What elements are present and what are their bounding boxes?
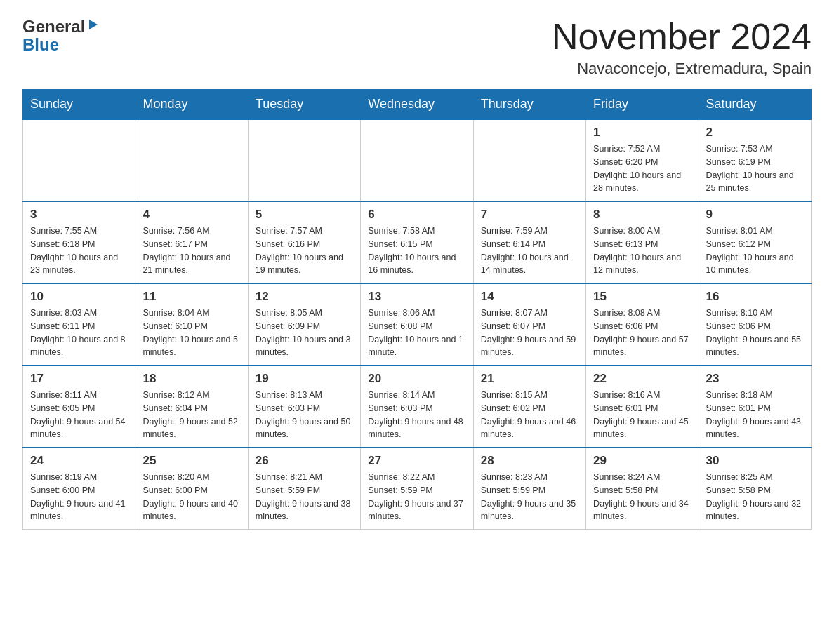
calendar-cell: 16Sunrise: 8:10 AMSunset: 6:06 PMDayligh… <box>699 283 811 365</box>
day-info: Sunrise: 8:03 AMSunset: 6:11 PMDaylight:… <box>30 307 128 359</box>
calendar-cell: 12Sunrise: 8:05 AMSunset: 6:09 PMDayligh… <box>248 283 360 365</box>
weekday-header-thursday: Thursday <box>473 90 585 120</box>
weekday-header-saturday: Saturday <box>699 90 811 120</box>
day-number: 24 <box>30 454 128 468</box>
day-number: 17 <box>30 372 128 386</box>
calendar-cell: 6Sunrise: 7:58 AMSunset: 6:15 PMDaylight… <box>361 201 473 283</box>
day-number: 25 <box>143 454 240 468</box>
day-number: 19 <box>256 372 353 386</box>
day-number: 28 <box>481 454 578 468</box>
day-number: 3 <box>30 208 128 222</box>
day-number: 20 <box>368 372 465 386</box>
week-row-5: 24Sunrise: 8:19 AMSunset: 6:00 PMDayligh… <box>23 448 812 530</box>
calendar-cell: 5Sunrise: 7:57 AMSunset: 6:16 PMDaylight… <box>248 201 360 283</box>
logo-triangle-icon <box>86 18 99 34</box>
calendar-cell: 10Sunrise: 8:03 AMSunset: 6:11 PMDayligh… <box>23 283 135 365</box>
day-number: 4 <box>143 208 240 222</box>
calendar-cell: 4Sunrise: 7:56 AMSunset: 6:17 PMDaylight… <box>135 201 248 283</box>
calendar-cell: 13Sunrise: 8:06 AMSunset: 6:08 PMDayligh… <box>361 283 473 365</box>
day-number: 10 <box>30 290 128 304</box>
day-info: Sunrise: 8:07 AMSunset: 6:07 PMDaylight:… <box>481 307 578 359</box>
calendar-cell: 26Sunrise: 8:21 AMSunset: 5:59 PMDayligh… <box>248 448 360 530</box>
calendar-cell: 21Sunrise: 8:15 AMSunset: 6:02 PMDayligh… <box>473 365 585 448</box>
calendar-cell: 2Sunrise: 7:53 AMSunset: 6:19 PMDaylight… <box>699 119 811 201</box>
calendar-cell: 11Sunrise: 8:04 AMSunset: 6:10 PMDayligh… <box>135 283 248 365</box>
day-number: 1 <box>593 126 691 140</box>
calendar-cell: 17Sunrise: 8:11 AMSunset: 6:05 PMDayligh… <box>23 365 135 448</box>
day-info: Sunrise: 8:20 AMSunset: 6:00 PMDaylight:… <box>143 471 240 523</box>
day-info: Sunrise: 8:23 AMSunset: 5:59 PMDaylight:… <box>481 471 578 523</box>
day-number: 14 <box>481 290 578 304</box>
weekday-header-wednesday: Wednesday <box>361 90 473 120</box>
logo-blue-text: Blue <box>22 36 59 53</box>
day-number: 6 <box>368 208 465 222</box>
day-info: Sunrise: 7:53 AMSunset: 6:19 PMDaylight:… <box>706 142 804 195</box>
calendar-cell <box>23 119 135 201</box>
calendar-table: SundayMondayTuesdayWednesdayThursdayFrid… <box>22 89 812 530</box>
calendar-cell: 14Sunrise: 8:07 AMSunset: 6:07 PMDayligh… <box>473 283 585 365</box>
day-number: 29 <box>593 454 691 468</box>
week-row-1: 1Sunrise: 7:52 AMSunset: 6:20 PMDaylight… <box>23 119 812 201</box>
month-title: November 2024 <box>552 17 812 57</box>
day-number: 18 <box>143 372 240 386</box>
day-number: 9 <box>706 208 804 222</box>
day-info: Sunrise: 8:22 AMSunset: 5:59 PMDaylight:… <box>368 471 465 523</box>
day-info: Sunrise: 8:00 AMSunset: 6:13 PMDaylight:… <box>593 224 691 277</box>
day-number: 15 <box>593 290 691 304</box>
calendar-cell <box>361 119 473 201</box>
day-info: Sunrise: 7:55 AMSunset: 6:18 PMDaylight:… <box>30 224 128 277</box>
page-header: General Blue November 2024 Navaconcejo, … <box>22 17 812 78</box>
weekday-header-friday: Friday <box>586 90 699 120</box>
day-number: 13 <box>368 290 465 304</box>
day-number: 12 <box>256 290 353 304</box>
day-info: Sunrise: 8:16 AMSunset: 6:01 PMDaylight:… <box>593 389 691 441</box>
weekday-header-row: SundayMondayTuesdayWednesdayThursdayFrid… <box>23 90 812 120</box>
calendar-cell: 24Sunrise: 8:19 AMSunset: 6:00 PMDayligh… <box>23 448 135 530</box>
day-info: Sunrise: 8:06 AMSunset: 6:08 PMDaylight:… <box>368 307 465 359</box>
day-number: 7 <box>481 208 578 222</box>
day-info: Sunrise: 8:19 AMSunset: 6:00 PMDaylight:… <box>30 471 128 523</box>
day-info: Sunrise: 7:58 AMSunset: 6:15 PMDaylight:… <box>368 224 465 277</box>
day-info: Sunrise: 8:11 AMSunset: 6:05 PMDaylight:… <box>30 389 128 441</box>
calendar-cell: 15Sunrise: 8:08 AMSunset: 6:06 PMDayligh… <box>586 283 699 365</box>
calendar-cell: 25Sunrise: 8:20 AMSunset: 6:00 PMDayligh… <box>135 448 248 530</box>
day-number: 8 <box>593 208 691 222</box>
day-number: 5 <box>256 208 353 222</box>
calendar-cell <box>248 119 360 201</box>
calendar-cell: 9Sunrise: 8:01 AMSunset: 6:12 PMDaylight… <box>699 201 811 283</box>
day-info: Sunrise: 8:18 AMSunset: 6:01 PMDaylight:… <box>706 389 804 441</box>
calendar-cell: 7Sunrise: 7:59 AMSunset: 6:14 PMDaylight… <box>473 201 585 283</box>
calendar-cell: 30Sunrise: 8:25 AMSunset: 5:58 PMDayligh… <box>699 448 811 530</box>
weekday-header-tuesday: Tuesday <box>248 90 360 120</box>
day-number: 16 <box>706 290 804 304</box>
day-number: 21 <box>481 372 578 386</box>
day-info: Sunrise: 8:08 AMSunset: 6:06 PMDaylight:… <box>593 307 691 359</box>
day-number: 23 <box>706 372 804 386</box>
day-number: 22 <box>593 372 691 386</box>
calendar-cell: 29Sunrise: 8:24 AMSunset: 5:58 PMDayligh… <box>586 448 699 530</box>
day-number: 2 <box>706 126 804 140</box>
day-info: Sunrise: 8:05 AMSunset: 6:09 PMDaylight:… <box>256 307 353 359</box>
logo: General Blue <box>22 17 99 53</box>
calendar-cell: 23Sunrise: 8:18 AMSunset: 6:01 PMDayligh… <box>699 365 811 448</box>
calendar-cell: 18Sunrise: 8:12 AMSunset: 6:04 PMDayligh… <box>135 365 248 448</box>
day-info: Sunrise: 8:21 AMSunset: 5:59 PMDaylight:… <box>256 471 353 523</box>
day-info: Sunrise: 8:25 AMSunset: 5:58 PMDaylight:… <box>706 471 804 523</box>
weekday-header-monday: Monday <box>135 90 248 120</box>
calendar-cell: 22Sunrise: 8:16 AMSunset: 6:01 PMDayligh… <box>586 365 699 448</box>
calendar-cell: 1Sunrise: 7:52 AMSunset: 6:20 PMDaylight… <box>586 119 699 201</box>
day-info: Sunrise: 8:14 AMSunset: 6:03 PMDaylight:… <box>368 389 465 441</box>
week-row-2: 3Sunrise: 7:55 AMSunset: 6:18 PMDaylight… <box>23 201 812 283</box>
calendar-cell: 8Sunrise: 8:00 AMSunset: 6:13 PMDaylight… <box>586 201 699 283</box>
logo-general-text: General <box>22 17 85 36</box>
calendar-cell: 3Sunrise: 7:55 AMSunset: 6:18 PMDaylight… <box>23 201 135 283</box>
calendar-cell: 19Sunrise: 8:13 AMSunset: 6:03 PMDayligh… <box>248 365 360 448</box>
day-number: 30 <box>706 454 804 468</box>
calendar-cell: 28Sunrise: 8:23 AMSunset: 5:59 PMDayligh… <box>473 448 585 530</box>
day-info: Sunrise: 7:57 AMSunset: 6:16 PMDaylight:… <box>256 224 353 277</box>
day-info: Sunrise: 8:15 AMSunset: 6:02 PMDaylight:… <box>481 389 578 441</box>
location-title: Navaconcejo, Extremadura, Spain <box>552 60 812 78</box>
day-number: 26 <box>256 454 353 468</box>
day-info: Sunrise: 8:24 AMSunset: 5:58 PMDaylight:… <box>593 471 691 523</box>
week-row-4: 17Sunrise: 8:11 AMSunset: 6:05 PMDayligh… <box>23 365 812 448</box>
